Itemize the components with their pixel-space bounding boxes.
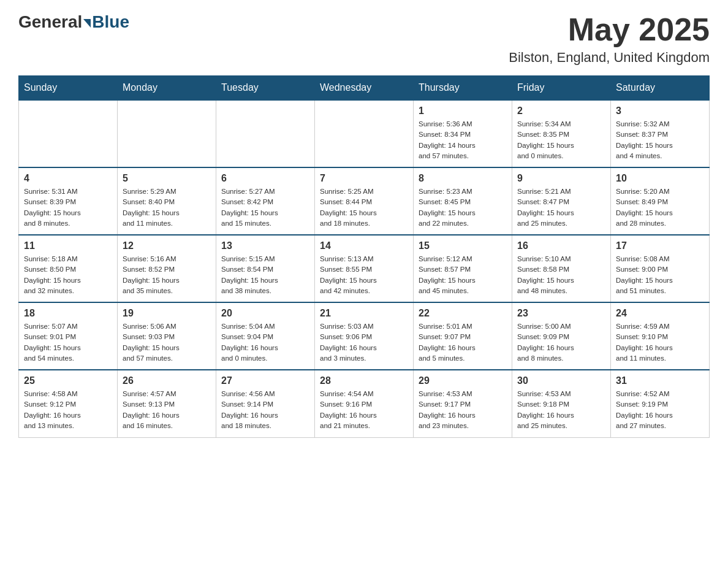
day-info: Sunrise: 5:36 AMSunset: 8:34 PMDaylight:…: [419, 119, 507, 161]
day-info: Sunrise: 5:25 AMSunset: 8:44 PMDaylight:…: [320, 186, 408, 229]
day-number: 6: [221, 173, 309, 184]
day-info: Sunrise: 5:15 AMSunset: 8:54 PMDaylight:…: [221, 254, 309, 296]
calendar-day-cell: 25Sunrise: 4:58 AMSunset: 9:12 PMDayligh…: [19, 370, 118, 437]
day-info: Sunrise: 5:18 AMSunset: 8:50 PMDaylight:…: [24, 254, 112, 296]
title-block: May 2025 Bilston, England, United Kingdo…: [509, 12, 710, 66]
day-number: 22: [419, 308, 507, 319]
day-number: 7: [320, 173, 408, 184]
day-info: Sunrise: 5:23 AMSunset: 8:45 PMDaylight:…: [419, 186, 507, 229]
calendar-day-cell: 8Sunrise: 5:23 AMSunset: 8:45 PMDaylight…: [414, 167, 512, 235]
day-number: 4: [24, 173, 112, 184]
day-info: Sunrise: 4:52 AMSunset: 9:19 PMDaylight:…: [616, 389, 704, 431]
day-info: Sunrise: 5:01 AMSunset: 9:07 PMDaylight:…: [419, 321, 507, 364]
calendar-day-cell: [118, 100, 216, 167]
calendar-day-cell: 9Sunrise: 5:21 AMSunset: 8:47 PMDaylight…: [512, 167, 611, 235]
location-subtitle: Bilston, England, United Kingdom: [509, 50, 710, 66]
calendar-day-cell: 13Sunrise: 5:15 AMSunset: 8:54 PMDayligh…: [216, 235, 315, 302]
day-of-week-header: Wednesday: [315, 76, 414, 101]
day-info: Sunrise: 4:56 AMSunset: 9:14 PMDaylight:…: [221, 389, 309, 431]
calendar-day-cell: 28Sunrise: 4:54 AMSunset: 9:16 PMDayligh…: [315, 370, 414, 437]
calendar-day-cell: [216, 100, 315, 167]
calendar-day-cell: 10Sunrise: 5:20 AMSunset: 8:49 PMDayligh…: [611, 167, 710, 235]
day-number: 14: [320, 240, 408, 251]
day-number: 18: [24, 308, 112, 319]
day-number: 30: [517, 375, 605, 386]
calendar-day-cell: 18Sunrise: 5:07 AMSunset: 9:01 PMDayligh…: [19, 302, 118, 370]
day-number: 23: [517, 308, 605, 319]
day-number: 9: [517, 173, 605, 184]
calendar-day-cell: [19, 100, 118, 167]
day-info: Sunrise: 5:07 AMSunset: 9:01 PMDaylight:…: [24, 321, 112, 364]
calendar-day-cell: 22Sunrise: 5:01 AMSunset: 9:07 PMDayligh…: [414, 302, 512, 370]
calendar-day-cell: 6Sunrise: 5:27 AMSunset: 8:42 PMDaylight…: [216, 167, 315, 235]
day-number: 28: [320, 375, 408, 386]
logo-general-text: General: [18, 12, 82, 32]
calendar-day-cell: 12Sunrise: 5:16 AMSunset: 8:52 PMDayligh…: [118, 235, 216, 302]
day-number: 26: [123, 375, 211, 386]
day-number: 24: [616, 308, 704, 319]
calendar-week-row: 1Sunrise: 5:36 AMSunset: 8:34 PMDaylight…: [19, 100, 710, 167]
logo-blue-text: Blue: [92, 12, 129, 32]
day-of-week-header: Thursday: [414, 76, 512, 101]
day-info: Sunrise: 5:34 AMSunset: 8:35 PMDaylight:…: [517, 119, 605, 161]
day-info: Sunrise: 5:06 AMSunset: 9:03 PMDaylight:…: [123, 321, 211, 364]
day-info: Sunrise: 5:21 AMSunset: 8:47 PMDaylight:…: [517, 186, 605, 229]
day-number: 13: [221, 240, 309, 251]
calendar-day-cell: 29Sunrise: 4:53 AMSunset: 9:17 PMDayligh…: [414, 370, 512, 437]
calendar-week-row: 4Sunrise: 5:31 AMSunset: 8:39 PMDaylight…: [19, 167, 710, 235]
day-of-week-header: Saturday: [611, 76, 710, 101]
day-of-week-header: Tuesday: [216, 76, 315, 101]
calendar-week-row: 25Sunrise: 4:58 AMSunset: 9:12 PMDayligh…: [19, 370, 710, 437]
day-info: Sunrise: 5:08 AMSunset: 9:00 PMDaylight:…: [616, 254, 704, 296]
calendar-table: SundayMondayTuesdayWednesdayThursdayFrid…: [18, 75, 710, 438]
calendar-day-cell: 27Sunrise: 4:56 AMSunset: 9:14 PMDayligh…: [216, 370, 315, 437]
month-year-title: May 2025: [509, 12, 710, 47]
page-header: General Blue May 2025 Bilston, England, …: [18, 12, 710, 66]
day-of-week-header: Sunday: [19, 76, 118, 101]
day-info: Sunrise: 5:00 AMSunset: 9:09 PMDaylight:…: [517, 321, 605, 364]
calendar-day-cell: [315, 100, 414, 167]
calendar-day-cell: 5Sunrise: 5:29 AMSunset: 8:40 PMDaylight…: [118, 167, 216, 235]
day-info: Sunrise: 5:29 AMSunset: 8:40 PMDaylight:…: [123, 186, 211, 229]
day-info: Sunrise: 5:32 AMSunset: 8:37 PMDaylight:…: [616, 119, 704, 161]
calendar-day-cell: 1Sunrise: 5:36 AMSunset: 8:34 PMDaylight…: [414, 100, 512, 167]
calendar-day-cell: 16Sunrise: 5:10 AMSunset: 8:58 PMDayligh…: [512, 235, 611, 302]
calendar-day-cell: 7Sunrise: 5:25 AMSunset: 8:44 PMDaylight…: [315, 167, 414, 235]
day-info: Sunrise: 5:10 AMSunset: 8:58 PMDaylight:…: [517, 254, 605, 296]
calendar-day-cell: 3Sunrise: 5:32 AMSunset: 8:37 PMDaylight…: [611, 100, 710, 167]
calendar-day-cell: 23Sunrise: 5:00 AMSunset: 9:09 PMDayligh…: [512, 302, 611, 370]
calendar-header-row: SundayMondayTuesdayWednesdayThursdayFrid…: [19, 76, 710, 101]
calendar-day-cell: 17Sunrise: 5:08 AMSunset: 9:00 PMDayligh…: [611, 235, 710, 302]
day-info: Sunrise: 4:53 AMSunset: 9:18 PMDaylight:…: [517, 389, 605, 431]
calendar-day-cell: 14Sunrise: 5:13 AMSunset: 8:55 PMDayligh…: [315, 235, 414, 302]
day-number: 11: [24, 240, 112, 251]
day-info: Sunrise: 4:59 AMSunset: 9:10 PMDaylight:…: [616, 321, 704, 364]
day-number: 3: [616, 105, 704, 117]
day-info: Sunrise: 5:20 AMSunset: 8:49 PMDaylight:…: [616, 186, 704, 229]
day-info: Sunrise: 5:03 AMSunset: 9:06 PMDaylight:…: [320, 321, 408, 364]
day-number: 17: [616, 240, 704, 251]
day-number: 16: [517, 240, 605, 251]
day-info: Sunrise: 5:16 AMSunset: 8:52 PMDaylight:…: [123, 254, 211, 296]
day-number: 5: [123, 173, 211, 184]
day-info: Sunrise: 5:27 AMSunset: 8:42 PMDaylight:…: [221, 186, 309, 229]
day-info: Sunrise: 5:04 AMSunset: 9:04 PMDaylight:…: [221, 321, 309, 364]
day-number: 15: [419, 240, 507, 251]
day-number: 1: [419, 105, 507, 117]
day-number: 21: [320, 308, 408, 319]
day-info: Sunrise: 5:31 AMSunset: 8:39 PMDaylight:…: [24, 186, 112, 229]
day-number: 25: [24, 375, 112, 386]
calendar-week-row: 18Sunrise: 5:07 AMSunset: 9:01 PMDayligh…: [19, 302, 710, 370]
day-number: 31: [616, 375, 704, 386]
day-info: Sunrise: 4:58 AMSunset: 9:12 PMDaylight:…: [24, 389, 112, 431]
logo: General Blue: [18, 12, 129, 32]
day-number: 29: [419, 375, 507, 386]
day-info: Sunrise: 5:12 AMSunset: 8:57 PMDaylight:…: [419, 254, 507, 296]
calendar-day-cell: 20Sunrise: 5:04 AMSunset: 9:04 PMDayligh…: [216, 302, 315, 370]
calendar-day-cell: 2Sunrise: 5:34 AMSunset: 8:35 PMDaylight…: [512, 100, 611, 167]
day-number: 20: [221, 308, 309, 319]
calendar-day-cell: 30Sunrise: 4:53 AMSunset: 9:18 PMDayligh…: [512, 370, 611, 437]
calendar-day-cell: 26Sunrise: 4:57 AMSunset: 9:13 PMDayligh…: [118, 370, 216, 437]
day-number: 2: [517, 105, 605, 117]
day-info: Sunrise: 4:57 AMSunset: 9:13 PMDaylight:…: [123, 389, 211, 431]
